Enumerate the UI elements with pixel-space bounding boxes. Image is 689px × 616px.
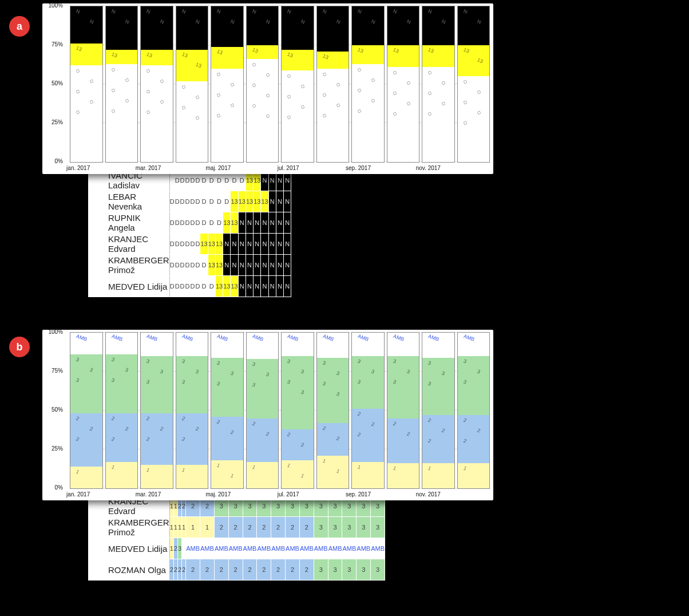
chart-segment-D: ◇◇◇◇◇ [70, 65, 102, 162]
chart-segment-13: 13 [352, 45, 384, 64]
chart-segment-2: 222 [422, 415, 454, 463]
shift-cell: AMB [314, 538, 328, 559]
xtick: nov. 2017 [416, 491, 441, 497]
shift-cell: D [185, 212, 190, 234]
shift-cell: N [245, 234, 253, 255]
table-row: KRANJEC EdvardDDDDDD131313NNNNNNNNN [89, 234, 291, 255]
shift-cell: D [200, 255, 208, 276]
chart-segment-AMB: AMB [141, 333, 173, 356]
shift-cell: 3 [314, 559, 328, 581]
chart-segment-2: 22 [387, 418, 419, 464]
shift-cell: 13 [223, 212, 231, 234]
chart-bar-col: 1222333AMB [140, 332, 173, 489]
shift-cell: 2 [243, 559, 257, 581]
shift-cell: AMB [299, 538, 314, 559]
chart-segment-13: 13 [106, 50, 138, 64]
shift-cell: AMB [243, 538, 257, 559]
shift-cell: 1 [182, 517, 186, 538]
shift-cell: D [208, 276, 215, 297]
shift-cell: 13 [231, 191, 238, 212]
chart-segment-1: 11 [317, 456, 349, 488]
shift-cell: 2 [186, 559, 200, 581]
chart-segment-N: NN [141, 6, 173, 50]
shift-cell: D [169, 191, 175, 212]
chart-bar-col: ◇◇◇◇◇13NN [105, 6, 138, 163]
chart-bar-col: ◇◇◇◇◇13NN [140, 6, 173, 163]
shift-cell: D [180, 212, 185, 234]
shift-cell: N [254, 212, 261, 234]
chart-segment-2: 222 [176, 413, 208, 465]
shift-cell: D [190, 212, 195, 234]
chart-segment-1: 1 [422, 463, 454, 488]
chart-segment-13: 13 [211, 47, 243, 69]
chart-segment-2: 222 [106, 413, 138, 461]
shift-cell: N [284, 255, 291, 276]
chart-segment-2: 22 [211, 417, 243, 460]
panel-b-badge-label: b [17, 341, 23, 353]
shift-cell: D [195, 276, 200, 297]
chart-segment-1: 1 [141, 465, 173, 488]
shift-cell: 13 [261, 191, 268, 212]
chart-segment-D: ◇◇◇◇◇ [317, 69, 349, 162]
shift-cell: D [180, 234, 185, 255]
chart-segment-13: 13 [282, 50, 314, 70]
shift-cell: 1 [186, 517, 200, 538]
shift-cell: N [276, 276, 283, 297]
chart-bar-col: ◇◇◇◇◇13NN [351, 6, 385, 163]
shift-cell: N [284, 212, 291, 234]
chart-segment-D: ◇◇◇◇◇◇ [247, 59, 279, 162]
shift-cell: D [195, 234, 200, 255]
chart-segment-3: 333 [141, 356, 173, 414]
shift-cell: 2 [257, 517, 271, 538]
shift-cell: N [245, 212, 253, 234]
shift-cell: D [180, 191, 185, 212]
shift-cell: N [238, 234, 245, 255]
chart-bar-col: 1222333AMB [351, 332, 385, 489]
chart-segment-1: 1 [106, 462, 138, 488]
shift-cell: D [200, 212, 208, 234]
shift-cell: 2 [182, 559, 186, 581]
shift-cell: 2 [243, 517, 257, 538]
chart-segment-13: 1313 [458, 45, 490, 76]
shift-cell: 3 [371, 559, 385, 581]
chart-segment-1: 1 [247, 462, 279, 488]
chart-bar-col: ◇◇◇◇◇13NN [211, 6, 244, 163]
shift-cell: 2 [271, 559, 286, 581]
chart-bar-col: ◇◇◇◇◇13NN [387, 6, 420, 163]
chart-segment-2: 22 [282, 429, 314, 460]
shift-cell: N [276, 234, 283, 255]
shift-cell: D [200, 276, 208, 297]
chart-segment-N: NN [211, 6, 243, 47]
chart-segment-3: 3333 [317, 358, 349, 423]
shift-cell: 13 [231, 276, 238, 297]
shift-cell: D [175, 276, 180, 297]
chart-segment-N: NN [70, 6, 102, 44]
shift-cell: D [180, 255, 185, 276]
chart-segment-2: 22 [317, 423, 349, 456]
shift-cell: D [190, 255, 195, 276]
chart-segment-2: 222 [70, 413, 102, 466]
table-row: LEBAR NevenkaDDDDDDDDDD1313131313NNN [89, 191, 291, 212]
shift-cell: 2 [299, 559, 314, 581]
employee-name: KRAMBERGER Primož [89, 517, 170, 538]
chart-segment-D: ◇◇◇◇◇ [282, 70, 314, 162]
shift-cell: N [254, 255, 261, 276]
chart-bar-col: 1222333AMB [70, 332, 103, 489]
shift-cell: AMB [286, 538, 300, 559]
chart-segment-2: 222 [352, 409, 384, 461]
chart-segment-AMB: AMB [247, 333, 279, 359]
shift-cell: AMB [271, 538, 286, 559]
xtick: jan. 2017 [66, 165, 90, 171]
chart-segment-AMB: AMB [317, 333, 349, 358]
chart-segment-3: 333 [387, 356, 419, 418]
shift-cell: 13 [215, 276, 223, 297]
shift-cell: 1 [173, 517, 177, 538]
ytick: 50% [52, 406, 63, 413]
shift-cell: D [185, 191, 190, 212]
shift-cell: N [245, 255, 253, 276]
chart-segment-D: ◇◇◇◇ [176, 81, 208, 162]
shift-cell: D [190, 276, 195, 297]
chart-segment-1: 11 [211, 460, 243, 488]
chart-segment-13: 13 [387, 45, 419, 67]
chart-bar-col: 11223333AMB [281, 332, 314, 489]
